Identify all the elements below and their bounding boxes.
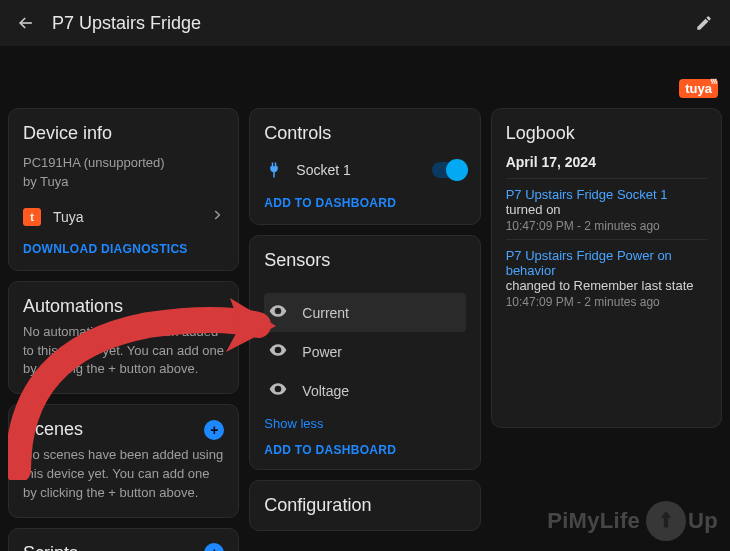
sensor-label: Power [302, 344, 342, 360]
sensors-add-dashboard-button[interactable]: ADD TO DASHBOARD [264, 443, 396, 457]
socket-row: Socket 1 [264, 154, 465, 186]
sensors-title: Sensors [264, 250, 465, 271]
watermark-up-text: Up [688, 508, 718, 534]
right-column: Logbook April 17, 2024 P7 Upstairs Fridg… [491, 108, 722, 428]
controls-add-dashboard-button[interactable]: ADD TO DASHBOARD [264, 196, 396, 210]
scenes-card: Scenes + No scenes have been added using… [8, 404, 239, 518]
logbook-item[interactable]: P7 Upstairs Fridge Power on behavior cha… [506, 239, 707, 315]
left-column: Device info PC191HA (unsupported) by Tuy… [8, 108, 239, 551]
configuration-card: Configuration [249, 480, 480, 531]
back-button[interactable] [12, 9, 40, 37]
sensors-card: Sensors Current Power Voltage Show le [249, 235, 480, 470]
watermark-up-icon [646, 501, 686, 541]
sensor-row-power[interactable]: Power [264, 332, 465, 371]
integration-row[interactable]: t Tuya [23, 202, 224, 232]
automations-title: Automations [23, 296, 123, 317]
logbook-entity-link[interactable]: P7 Upstairs Fridge Power on behavior [506, 248, 672, 278]
middle-column: Controls Socket 1 ADD TO DASHBOARD Senso… [249, 108, 480, 531]
sensor-label: Voltage [302, 383, 349, 399]
controls-card: Controls Socket 1 ADD TO DASHBOARD [249, 108, 480, 225]
logbook-action-text: changed to Remember last state [506, 278, 707, 293]
sensor-row-current[interactable]: Current [264, 293, 465, 332]
svg-point-2 [277, 387, 280, 390]
watermark: PiMyLife Up [547, 501, 718, 541]
configuration-title: Configuration [264, 495, 465, 516]
sensors-show-less-link[interactable]: Show less [264, 416, 323, 431]
main-grid: Device info PC191HA (unsupported) by Tuy… [8, 108, 722, 551]
add-scene-button[interactable]: + [204, 420, 224, 440]
topbar: P7 Upstairs Fridge [0, 0, 730, 46]
tuya-icon: t [23, 208, 41, 226]
scripts-title: Scripts [23, 543, 78, 551]
device-by: by Tuya [23, 173, 224, 192]
controls-title: Controls [264, 123, 465, 144]
device-info-title: Device info [23, 123, 224, 144]
svg-point-1 [277, 348, 280, 351]
wifi-icon: ᯾ [710, 77, 718, 86]
socket-label: Socket 1 [296, 162, 419, 178]
download-diagnostics-button[interactable]: DOWNLOAD DIAGNOSTICS [23, 242, 188, 256]
device-model: PC191HA (unsupported) [23, 154, 224, 173]
edit-button[interactable] [690, 9, 718, 37]
automations-card: Automations No automations have been add… [8, 281, 239, 395]
automations-empty-text: No automations have been added to this d… [23, 323, 224, 380]
sensor-label: Current [302, 305, 349, 321]
logbook-time: 10:47:09 PM - 2 minutes ago [506, 295, 707, 309]
watermark-text: PiMyLife [547, 508, 640, 533]
logbook-date: April 17, 2024 [506, 154, 707, 170]
tuya-badge-label: tuya [685, 81, 712, 96]
eye-icon [268, 379, 288, 402]
page-title: P7 Upstairs Fridge [52, 13, 201, 34]
plug-icon [264, 160, 284, 180]
sensor-row-voltage[interactable]: Voltage [264, 371, 465, 410]
socket-toggle[interactable] [432, 162, 466, 178]
integration-badge[interactable]: tuya᯾ [679, 80, 718, 96]
logbook-entity-link[interactable]: P7 Upstairs Fridge Socket 1 [506, 187, 668, 202]
integration-label: Tuya [53, 209, 198, 225]
svg-point-0 [277, 309, 280, 312]
arrow-left-icon [16, 13, 36, 33]
pencil-icon [695, 14, 713, 32]
eye-icon [268, 301, 288, 324]
logbook-item[interactable]: P7 Upstairs Fridge Socket 1 turned on 10… [506, 178, 707, 239]
scripts-card: Scripts + [8, 528, 239, 551]
scenes-title: Scenes [23, 419, 83, 440]
eye-icon [268, 340, 288, 363]
add-script-button[interactable]: + [204, 543, 224, 551]
logbook-action-text: turned on [506, 202, 561, 217]
chevron-right-icon [210, 208, 224, 225]
device-info-card: Device info PC191HA (unsupported) by Tuy… [8, 108, 239, 271]
logbook-time: 10:47:09 PM - 2 minutes ago [506, 219, 707, 233]
logbook-card: Logbook April 17, 2024 P7 Upstairs Fridg… [491, 108, 722, 428]
logbook-title: Logbook [506, 123, 707, 144]
scenes-empty-text: No scenes have been added using this dev… [23, 446, 224, 503]
